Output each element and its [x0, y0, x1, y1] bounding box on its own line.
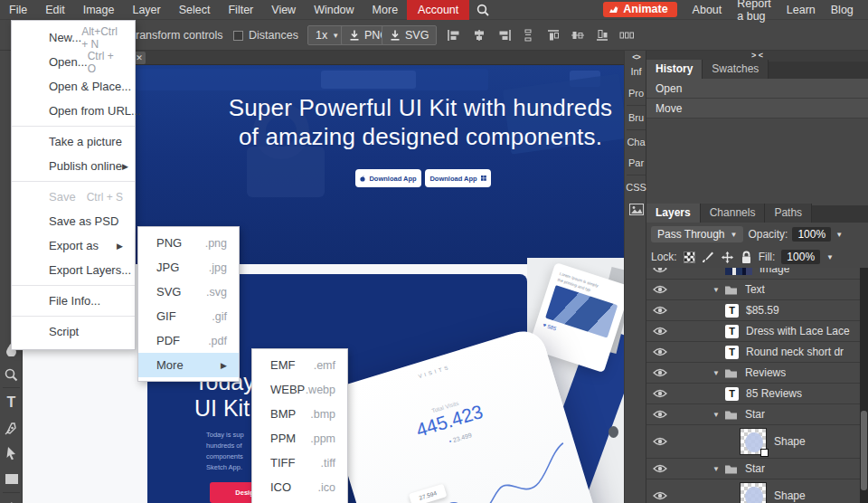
scrollbar-thumb[interactable] — [861, 411, 867, 490]
align-left-icon[interactable] — [447, 20, 461, 51]
menu-view[interactable]: View — [262, 0, 305, 20]
menu-item-jpg[interactable]: JPG.jpg — [138, 255, 239, 280]
visibility-eye-icon[interactable] — [653, 464, 667, 473]
layer-row-folder[interactable]: ▼ Star — [646, 459, 860, 479]
menu-item-take-a-picture[interactable]: Take a picture — [12, 129, 135, 154]
fill-value[interactable]: 100% — [781, 250, 820, 264]
strip-item-character[interactable]: Cha — [625, 132, 647, 152]
animate-button[interactable]: Animate — [603, 2, 676, 17]
blend-mode-select[interactable]: Pass Through ▼ — [651, 226, 743, 242]
visibility-eye-icon[interactable] — [653, 268, 667, 273]
layer-row-folder[interactable]: ▼ Text — [646, 280, 860, 300]
chevron-down-icon[interactable]: ▼ — [826, 253, 834, 261]
layer-row-folder[interactable]: ▼ Reviews — [646, 363, 860, 384]
distribute-horizontal-icon[interactable] — [619, 20, 634, 51]
collapse-arrow-icon[interactable]: ▼ — [712, 286, 720, 294]
align-bottom-icon[interactable] — [595, 20, 609, 51]
layer-row-text[interactable]: T $85.59 — [646, 300, 860, 321]
menu-item-ico[interactable]: ICO.ico — [252, 475, 347, 499]
menu-more[interactable]: More — [363, 0, 407, 20]
menu-filter[interactable]: Filter — [219, 0, 262, 20]
download-app-button-windows[interactable]: Download App — [425, 169, 491, 187]
pen-tool-icon[interactable] — [0, 416, 23, 440]
menu-item-export-as[interactable]: Export as▶ — [12, 233, 135, 258]
menu-item-pdf[interactable]: PDF.pdf — [138, 328, 239, 353]
layer-row-shape[interactable]: Shape — [646, 425, 860, 459]
download-app-button-ios[interactable]: Download App — [355, 169, 421, 187]
opacity-value[interactable]: 100% — [792, 227, 831, 242]
menu-item-publish-online[interactable]: Publish online▶ — [12, 154, 135, 178]
menu-item-script[interactable]: Script — [12, 319, 135, 344]
menu-edit[interactable]: Edit — [36, 0, 74, 20]
strip-item-info[interactable]: Inf — [625, 62, 647, 81]
history-step-move[interactable]: Move — [646, 99, 868, 119]
align-top-icon[interactable] — [546, 20, 561, 51]
menu-item-ppm[interactable]: PPM.ppm — [252, 426, 347, 451]
lock-position-move-icon[interactable] — [721, 251, 734, 264]
lock-paint-brush-icon[interactable] — [702, 251, 714, 263]
menu-item-new[interactable]: New...Alt+Ctrl + N — [12, 25, 135, 50]
menu-item-tiff[interactable]: TIFF.tiff — [252, 451, 347, 475]
visibility-eye-icon[interactable] — [653, 491, 667, 500]
layer-thumbnail[interactable] — [740, 428, 767, 455]
align-middle-icon[interactable] — [571, 20, 585, 51]
collapse-arrow-icon[interactable]: ▼ — [712, 369, 720, 377]
lock-transparency-icon[interactable] — [684, 252, 695, 263]
tab-channels[interactable]: Channels — [701, 204, 766, 223]
layer-row-text[interactable]: T 85 Reviews — [646, 384, 860, 404]
distribute-vertical-icon[interactable] — [523, 20, 533, 51]
strip-item-css[interactable]: CSS — [625, 177, 647, 197]
menu-item-gif[interactable]: GIF.gif — [138, 304, 239, 328]
visibility-eye-icon[interactable] — [653, 437, 667, 446]
menu-image[interactable]: Image — [74, 0, 124, 20]
link-report-a-bug[interactable]: Report a bug — [737, 0, 771, 23]
layer-thumbnail[interactable] — [725, 268, 752, 275]
search-icon[interactable] — [469, 4, 496, 16]
menu-item-open[interactable]: Open...Ctrl + O — [12, 50, 135, 74]
menu-item-webp[interactable]: WEBP.webp — [252, 377, 347, 402]
collapse-arrow-icon[interactable]: ▼ — [712, 411, 720, 419]
menu-window[interactable]: Window — [305, 0, 363, 20]
history-step-open[interactable]: Open — [646, 79, 868, 99]
path-select-tool-icon[interactable] — [0, 441, 23, 465]
tab-layers[interactable]: Layers — [646, 204, 701, 223]
menu-item-png[interactable]: PNG.png — [138, 231, 239, 255]
visibility-eye-icon[interactable] — [653, 389, 667, 398]
menu-select[interactable]: Select — [170, 0, 220, 20]
tab-history[interactable]: History — [646, 60, 703, 79]
visibility-eye-icon[interactable] — [653, 327, 667, 336]
visibility-eye-icon[interactable] — [653, 285, 667, 294]
tab-paths[interactable]: Paths — [765, 204, 812, 223]
visibility-eye-icon[interactable] — [653, 347, 667, 356]
account-button[interactable]: Account — [407, 0, 469, 20]
type-tool-icon[interactable]: T — [0, 391, 23, 414]
menu-item-save-as-psd[interactable]: Save as PSD — [12, 209, 135, 233]
menu-item-emf[interactable]: EMF.emf — [252, 353, 347, 377]
menu-item-open-and-place[interactable]: Open & Place... — [12, 74, 135, 99]
menu-item-bmp[interactable]: BMP.bmp — [252, 402, 347, 426]
collapse-arrow-icon[interactable]: ▼ — [712, 465, 720, 473]
menu-item-export-layers[interactable]: Export Layers... — [12, 258, 135, 282]
menu-file[interactable]: File — [0, 0, 36, 20]
export-svg-button[interactable]: SVG — [382, 20, 437, 51]
strip-item-brush[interactable]: Bru — [625, 108, 647, 128]
layer-row-text[interactable]: T Round neck short dr — [646, 342, 860, 363]
checkbox-icon[interactable] — [233, 31, 243, 41]
rectangle-tool-icon[interactable] — [0, 467, 23, 490]
distances-checkbox[interactable]: Distances — [233, 20, 298, 51]
visibility-eye-icon[interactable] — [653, 368, 667, 377]
layer-row-text[interactable]: T Dress with Lace Lace — [646, 321, 860, 342]
hand-tool-icon[interactable] — [0, 496, 23, 503]
dodge-tool-icon[interactable] — [0, 363, 23, 386]
link-about[interactable]: About — [693, 4, 722, 16]
strip-item-paragraph[interactable]: Par — [625, 153, 647, 173]
align-center-horizontal-icon[interactable] — [472, 20, 486, 51]
tab-swatches[interactable]: Swatches — [703, 60, 769, 79]
link-learn[interactable]: Learn — [787, 4, 816, 16]
expand-panels-icon[interactable]: <> — [625, 52, 647, 62]
layer-row-shape[interactable]: Shape — [646, 479, 860, 503]
strip-item-properties[interactable]: Pro — [625, 83, 647, 103]
menu-item-file-info[interactable]: File Info... — [12, 289, 135, 313]
menu-item-more[interactable]: More▶ — [138, 353, 239, 377]
chevron-down-icon[interactable]: ▼ — [835, 231, 843, 239]
